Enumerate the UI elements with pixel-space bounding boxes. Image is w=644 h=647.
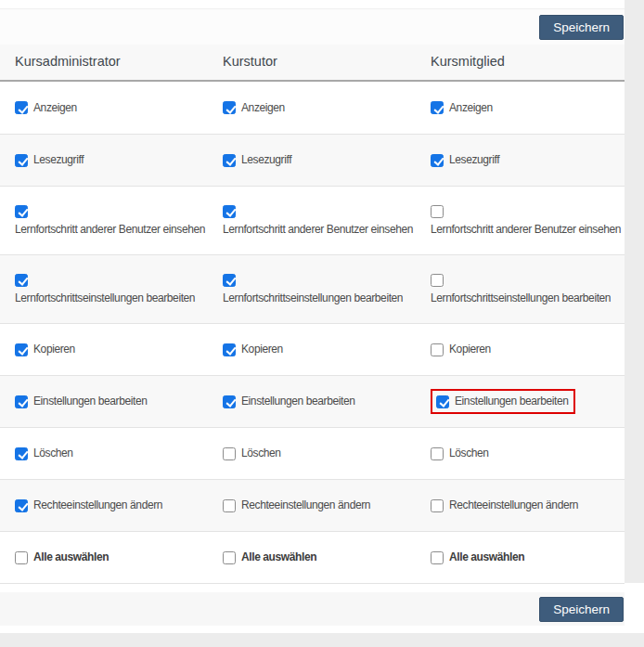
bottom-toolbar: Speichern: [0, 592, 625, 626]
checkbox-label[interactable]: Löschen: [33, 446, 73, 460]
save-button-bottom[interactable]: Speichern: [539, 597, 624, 622]
permission-cell: Lernfortschrittseinstellungen bearbeiten: [0, 255, 223, 323]
checkbox-label[interactable]: Lesezugriff: [449, 153, 499, 167]
checkbox-label[interactable]: Alle auswählen: [449, 550, 524, 564]
permission-cell: Lernfortschrittseinstellungen bearbeiten: [431, 255, 625, 323]
checkbox[interactable]: [15, 205, 28, 218]
permission-cell: Anzeigen: [0, 82, 223, 134]
checkbox-label[interactable]: Lernfortschritt anderer Benutzer einsehe…: [15, 223, 223, 237]
permission-cell: Rechteeinstellungen ändern: [223, 480, 431, 531]
permission-row-einstellungen-bearbeiten: Einstellungen bearbeiten Einstellungen b…: [0, 375, 625, 427]
checkbox[interactable]: [223, 395, 236, 408]
checkbox[interactable]: [223, 154, 236, 167]
permissions-panel: Speichern Kursadministrator Kurstutor Ku…: [0, 0, 625, 626]
checkbox[interactable]: [436, 395, 449, 408]
checkbox[interactable]: [223, 343, 236, 356]
checkbox-label[interactable]: Löschen: [449, 446, 489, 460]
checkbox-label[interactable]: Einstellungen bearbeiten: [33, 395, 148, 408]
checkbox[interactable]: [431, 274, 444, 287]
column-header-kursadministrator: Kursadministrator: [0, 54, 223, 69]
select-all-checkbox[interactable]: [431, 551, 444, 564]
permission-cell: Rechteeinstellungen ändern: [0, 480, 223, 531]
permission-cell: Lernfortschritt anderer Benutzer einsehe…: [0, 187, 223, 254]
checkbox-label[interactable]: Lernfortschrittseinstellungen bearbeiten: [15, 291, 223, 305]
checkbox[interactable]: [431, 154, 444, 167]
column-header-kurstutor: Kurstutor: [223, 54, 431, 69]
top-spacer: [0, 0, 625, 9]
permissions-rows: Anzeigen Anzeigen Anzeigen Lesezugriff L…: [0, 82, 625, 584]
select-all-checkbox[interactable]: [223, 551, 236, 564]
checkbox[interactable]: [431, 343, 444, 356]
permission-cell: Löschen: [223, 428, 431, 479]
permission-row-lesezugriff: Lesezugriff Lesezugriff Lesezugriff: [0, 134, 625, 186]
checkbox-label[interactable]: Rechteeinstellungen ändern: [449, 498, 578, 512]
checkbox-label[interactable]: Alle auswählen: [33, 550, 109, 564]
checkbox[interactable]: [15, 154, 28, 167]
checkbox[interactable]: [223, 205, 236, 218]
checkbox[interactable]: [223, 274, 236, 287]
checkbox[interactable]: [223, 101, 236, 114]
permission-cell: Kopieren: [223, 324, 431, 375]
checkbox-label[interactable]: Alle auswählen: [241, 550, 316, 564]
permission-cell: Löschen: [0, 428, 223, 479]
checkbox-label[interactable]: Einstellungen bearbeiten: [455, 395, 569, 408]
checkbox-label[interactable]: Kopieren: [33, 343, 75, 356]
checkbox[interactable]: [15, 343, 28, 356]
page-footer: [0, 633, 644, 647]
checkbox-label[interactable]: Anzeigen: [33, 101, 77, 115]
checkbox[interactable]: [223, 499, 236, 512]
checkbox-label[interactable]: Kopieren: [449, 343, 491, 356]
checkbox-label[interactable]: Lernfortschritt anderer Benutzer einsehe…: [223, 223, 431, 237]
permission-row-anzeigen: Anzeigen Anzeigen Anzeigen: [0, 82, 625, 134]
checkbox[interactable]: [431, 205, 444, 218]
checkbox[interactable]: [15, 101, 28, 114]
table-header: Kursadministrator Kurstutor Kursmitglied: [0, 45, 625, 82]
checkbox-label[interactable]: Einstellungen bearbeiten: [241, 395, 355, 408]
permission-cell: Lernfortschritt anderer Benutzer einsehe…: [223, 187, 431, 254]
checkbox-label[interactable]: Anzeigen: [241, 101, 285, 115]
select-all-checkbox[interactable]: [15, 551, 28, 564]
checkbox[interactable]: [431, 499, 444, 512]
checkbox[interactable]: [15, 499, 28, 512]
checkbox-label[interactable]: Anzeigen: [449, 101, 493, 115]
checkbox-label[interactable]: Löschen: [241, 446, 281, 460]
checkbox[interactable]: [15, 395, 28, 408]
checkbox-label[interactable]: Lernfortschritt anderer Benutzer einsehe…: [431, 223, 625, 237]
permission-cell: Alle auswählen: [223, 532, 431, 583]
checkbox[interactable]: [15, 274, 28, 287]
checkbox[interactable]: [431, 447, 444, 460]
permission-cell: Lesezugriff: [431, 135, 625, 186]
permission-cell: Lesezugriff: [0, 135, 223, 186]
permission-cell: Einstellungen bearbeiten: [0, 376, 223, 427]
checkbox[interactable]: [15, 447, 28, 460]
permission-cell: Anzeigen: [431, 82, 625, 134]
permission-cell: Alle auswählen: [0, 532, 223, 583]
permission-cell: Anzeigen: [223, 82, 431, 134]
bottom-spacer: [0, 584, 625, 592]
permission-row-rechteeinstellungen: Rechteeinstellungen ändern Rechteeinstel…: [0, 479, 625, 531]
permission-row-lernfortschrittseinstellungen: Lernfortschrittseinstellungen bearbeiten…: [0, 254, 625, 323]
permission-cell: Lernfortschrittseinstellungen bearbeiten: [223, 255, 431, 323]
checkbox-label[interactable]: Lesezugriff: [241, 153, 291, 167]
checkbox-label[interactable]: Rechteeinstellungen ändern: [241, 498, 370, 512]
checkbox-label[interactable]: Lernfortschrittseinstellungen bearbeiten: [431, 291, 625, 305]
checkbox-label[interactable]: Rechteeinstellungen ändern: [33, 498, 162, 512]
checkbox-label[interactable]: Lesezugriff: [33, 153, 84, 167]
permission-cell: Kopieren: [431, 324, 625, 375]
permission-row-loeschen: Löschen Löschen Löschen: [0, 427, 625, 479]
permission-cell: Löschen: [431, 428, 625, 479]
top-toolbar: Speichern: [0, 9, 625, 45]
checkbox[interactable]: [223, 447, 236, 460]
highlight-box: Einstellungen bearbeiten: [431, 389, 575, 414]
checkbox[interactable]: [431, 101, 444, 114]
checkbox-label[interactable]: Lernfortschrittseinstellungen bearbeiten: [223, 291, 431, 305]
permission-cell: Lesezugriff: [223, 135, 431, 186]
permission-cell: Einstellungen bearbeiten: [223, 376, 431, 427]
checkbox-label[interactable]: Kopieren: [241, 343, 283, 356]
permission-cell: Einstellungen bearbeiten: [431, 376, 625, 427]
save-button-top[interactable]: Speichern: [539, 15, 624, 40]
right-gutter: [625, 0, 644, 583]
permission-cell: Lernfortschritt anderer Benutzer einsehe…: [431, 187, 625, 254]
permission-row-alle-auswaehlen: Alle auswählen Alle auswählen Alle auswä…: [0, 531, 625, 583]
permission-cell: Rechteeinstellungen ändern: [431, 480, 625, 531]
